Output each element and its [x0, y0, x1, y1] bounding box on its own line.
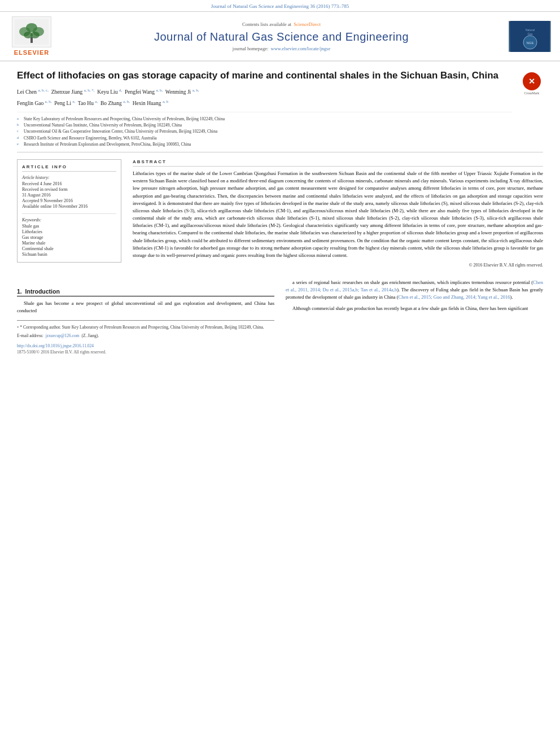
homepage-line: journal homepage: www.elsevier.com/locat…	[60, 46, 503, 51]
svg-rect-1	[30, 37, 33, 43]
affil-a: a State Key Laboratory of Petroleum Reso…	[17, 116, 512, 122]
crossmark-circle: ✕	[523, 72, 541, 90]
elsevier-figure-icon	[12, 16, 51, 47]
intro-left-col: 1. Introduction Shale gas has become a n…	[17, 279, 274, 355]
keyword-2: Lithofacies	[22, 229, 116, 234]
history-label: Article history:	[22, 175, 116, 180]
abstract-section: ABSTRACT Lithofacies types of the marine…	[133, 159, 543, 268]
affil-e: e Research Institute of Petroleum Explor…	[17, 141, 512, 147]
keyword-3: Gas storage	[22, 235, 116, 240]
article-info-title: ARTICLE INFO	[22, 164, 116, 172]
two-column-layout: ARTICLE INFO Article history: Received 4…	[17, 159, 543, 274]
abstract-text: Lithofacies types of the marine shale of…	[133, 170, 543, 259]
journal-header: ELSEVIER Contents lists available at Sci…	[0, 12, 560, 62]
intro-heading: 1. Introduction	[17, 288, 274, 296]
footnote-section: * * Corresponding author. State Key Labo…	[17, 320, 274, 339]
keywords-section: Keywords: Shale gas Lithofacies Gas stor…	[22, 213, 116, 257]
bottom-copyright: 1875-5100/© 2016 Elsevier B.V. All right…	[17, 350, 274, 355]
received-revised-label: Received in revised form	[22, 187, 116, 192]
intro-body-right: a series of regional basic researches on…	[286, 279, 543, 312]
received-date: Received 4 June 2016	[22, 181, 116, 186]
abstract-title: ABSTRACT	[133, 159, 543, 167]
keyword-1: Shale gas	[22, 224, 116, 229]
article-title-text: Effect of lithofacies on gas storage cap…	[17, 69, 512, 147]
footnote-star-note: * * Corresponding author. State Key Labo…	[17, 324, 274, 331]
authors-line-1: Lei Chen a, b, c, Zhenxue Jiang a, b, *,…	[17, 88, 512, 97]
article-main-title: Effect of lithofacies on gas storage cap…	[17, 69, 512, 82]
accepted-date: Accepted 9 November 2016	[22, 198, 116, 203]
journal-main-title: Journal of Natural Gas Science and Engin…	[60, 30, 503, 43]
available-date: Available online 10 November 2016	[22, 204, 116, 209]
crossmark-badge[interactable]: ✕ CrossMark	[520, 72, 543, 95]
sciencedirect-link[interactable]: ScienceDirect	[294, 21, 321, 27]
affiliations: a State Key Laboratory of Petroleum Reso…	[17, 112, 512, 147]
intro-section: 1. Introduction Shale gas has become a n…	[17, 279, 543, 355]
keyword-5: Continental shale	[22, 246, 116, 251]
main-content: Effect of lithofacies on gas storage cap…	[0, 62, 560, 362]
crossmark-label: CrossMark	[524, 91, 540, 95]
affil-d: d CSIRO Earth Science and Resource Engin…	[17, 135, 512, 141]
authors-line-2: Fenglin Gao a, b, Peng Li e, Tao Hu a, B…	[17, 99, 512, 108]
svg-point-6	[30, 32, 40, 38]
abstract-copyright: © 2016 Elsevier B.V. All rights reserved…	[133, 263, 543, 268]
email-label: E-mail address:	[17, 333, 43, 338]
affil-c: c Unconventional Oil & Gas Cooperative I…	[17, 128, 512, 134]
citation-text: Journal of Natural Gas Science and Engin…	[211, 3, 349, 9]
footnote-email-line: E-mail address: jzxuecup@126.com (Z. Jia…	[17, 333, 274, 339]
top-citation-bar: Journal of Natural Gas Science and Engin…	[0, 0, 560, 12]
email-suffix: (Z. Jiang).	[81, 333, 99, 338]
keyword-6: Sichuan basin	[22, 252, 116, 257]
svg-text:Gas: Gas	[527, 32, 533, 36]
elsevier-logo: ELSEVIER	[9, 16, 54, 56]
revised-date: 31 August 2016	[22, 193, 116, 198]
affil-b: b Unconventional Natural Gas Institute, …	[17, 122, 512, 128]
crossmark-icon: ✕	[528, 77, 535, 86]
keyword-4: Marine shale	[22, 241, 116, 246]
email-link[interactable]: jzxuecup@126.com	[46, 333, 80, 338]
svg-text:Natural: Natural	[525, 28, 534, 32]
elsevier-wordmark: ELSEVIER	[14, 49, 49, 56]
article-info-box: ARTICLE INFO Article history: Received 4…	[17, 159, 121, 263]
article-title-section: Effect of lithofacies on gas storage cap…	[17, 69, 543, 152]
ref-chen-2015[interactable]: Chen et al., 2015; Guo and Zhang, 2014; …	[398, 294, 510, 300]
doi-link[interactable]: http://dx.doi.org/10.1016/j.jngse.2016.1…	[17, 343, 274, 348]
journal-logo-right: Natural Gas NGE	[509, 21, 551, 52]
right-column: ABSTRACT Lithofacies types of the marine…	[133, 159, 543, 274]
journal-title-block: Contents lists available at ScienceDirec…	[60, 21, 503, 51]
keywords-label: Keywords:	[22, 217, 116, 222]
intro-right-col: a series of regional basic researches on…	[286, 279, 543, 355]
contents-line: Contents lists available at ScienceDirec…	[60, 21, 503, 27]
ref-chen-2011[interactable]: Chen et al., 2011, 2014; Du et al., 2015…	[286, 279, 543, 292]
left-column: ARTICLE INFO Article history: Received 4…	[17, 159, 121, 274]
svg-text:NGE: NGE	[526, 41, 533, 45]
homepage-url[interactable]: www.elsevier.com/locate/jngse	[271, 46, 331, 51]
intro-body-left: Shale gas has become a new prospect of g…	[17, 300, 274, 314]
